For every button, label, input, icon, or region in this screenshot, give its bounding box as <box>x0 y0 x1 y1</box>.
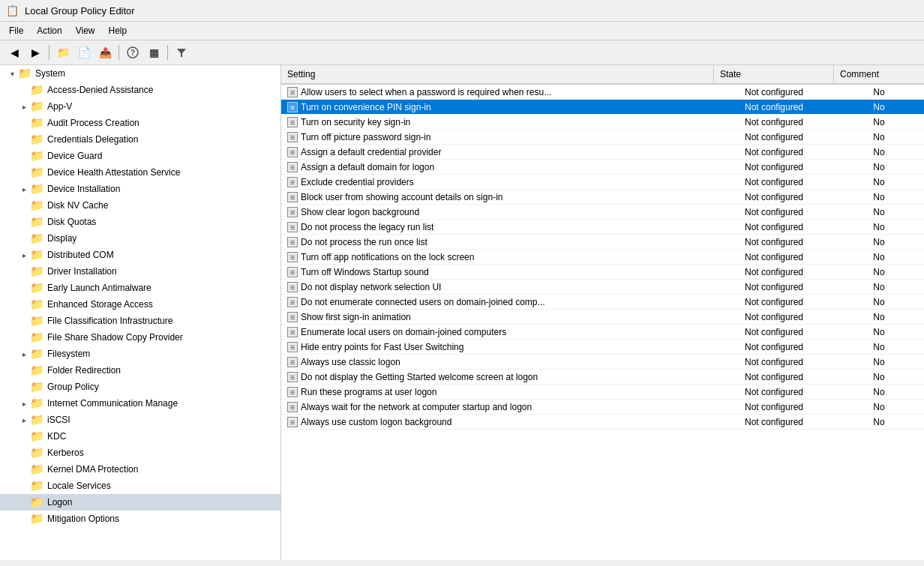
export-button[interactable]: 📤 <box>95 43 115 61</box>
tree-item-enhanced-storage[interactable]: 📁Enhanced Storage Access <box>0 296 280 313</box>
list-row[interactable]: ≡Block user from showing account details… <box>281 190 924 205</box>
list-row[interactable]: ≡Do not enumerate connected users on dom… <box>281 295 924 310</box>
folder-icon: 📁 <box>30 265 44 278</box>
tree-item-mitigation-options[interactable]: 📁Mitigation Options <box>0 511 280 527</box>
header-state[interactable]: State <box>714 65 834 83</box>
tree-item-kernel-dma[interactable]: 📁Kernel DMA Protection <box>0 461 280 478</box>
folder-icon: 📁 <box>30 446 44 460</box>
tree-item-driver-installation[interactable]: 📁Driver Installation <box>0 263 280 280</box>
tree-item-logon[interactable]: 📁Logon <box>0 494 280 511</box>
help-button[interactable]: ? <box>123 43 142 61</box>
tree-item-device-installation[interactable]: ▸📁Device Installation <box>0 181 280 197</box>
list-row[interactable]: ≡Run these programs at user logonNot con… <box>281 385 924 400</box>
setting-cell: ≡Show clear logon background <box>281 205 714 219</box>
list-row[interactable]: ≡Enumerate local users on domain-joined … <box>281 325 924 340</box>
tree-item-label: Filesystem <box>47 349 90 359</box>
menu-file[interactable]: File <box>3 23 29 38</box>
state-cell: Not configured <box>714 160 834 174</box>
expand-icon[interactable]: ▸ <box>18 350 30 358</box>
list-pane[interactable]: Setting State Comment ≡Allow users to se… <box>281 65 924 560</box>
tree-item-file-share[interactable]: 📁File Share Shadow Copy Provider <box>0 329 280 346</box>
tree-item-filesystem[interactable]: ▸📁Filesystem <box>0 346 280 362</box>
policy-icon: ≡ <box>287 87 298 97</box>
forward-button[interactable]: ▶ <box>26 43 45 61</box>
tree-item-label: iSCSI <box>47 415 70 425</box>
list-row[interactable]: ≡Always use classic logonNot configuredN… <box>281 355 924 370</box>
tree-pane[interactable]: ▾📁System📁Access-Denied Assistance▸📁App-V… <box>0 65 281 560</box>
list-row[interactable]: ≡Hide entry points for Fast User Switchi… <box>281 340 924 355</box>
setting-cell: ≡Block user from showing account details… <box>281 190 714 204</box>
tree-item-system[interactable]: ▾📁System <box>0 65 280 82</box>
list-row[interactable]: ≡Always use custom logon backgroundNot c… <box>281 415 924 430</box>
view-button[interactable]: ▦ <box>144 43 164 61</box>
list-row[interactable]: ≡Do not display network selection UINot … <box>281 280 924 295</box>
tree-item-distributed-com[interactable]: ▸📁Distributed COM <box>0 247 280 263</box>
list-row[interactable]: ≡Allow users to select when a password i… <box>281 85 924 100</box>
tree-item-credentials[interactable]: 📁Credentials Delegation <box>0 131 280 148</box>
menu-help[interactable]: Help <box>103 23 134 38</box>
state-cell: Not configured <box>714 100 834 114</box>
setting-cell: ≡Turn off app notifications on the lock … <box>281 250 714 264</box>
tree-item-device-guard[interactable]: 📁Device Guard <box>0 148 280 164</box>
header-comment[interactable]: Comment <box>834 65 924 83</box>
tree-item-app-v[interactable]: ▸📁App-V <box>0 98 280 115</box>
folder-icon: 📁 <box>30 430 44 443</box>
expand-icon[interactable]: ▸ <box>18 251 30 259</box>
list-row[interactable]: ≡Do not display the Getting Started welc… <box>281 370 924 385</box>
tree-item-group-policy[interactable]: 📁Group Policy <box>0 379 280 395</box>
expand-icon[interactable]: ▸ <box>18 416 30 424</box>
expand-icon[interactable]: ▸ <box>18 400 30 408</box>
menu-bar: FileActionViewHelp <box>0 22 924 40</box>
list-row[interactable]: ≡Turn off picture password sign-inNot co… <box>281 130 924 145</box>
list-row[interactable]: ≡Turn off Windows Startup soundNot confi… <box>281 265 924 280</box>
tree-item-file-classification[interactable]: 📁File Classification Infrastructure <box>0 313 280 329</box>
tree-item-kerberos[interactable]: 📁Kerberos <box>0 445 280 461</box>
show-hide-button[interactable]: 📁 <box>53 43 73 61</box>
comment-cell: No <box>834 220 924 234</box>
policy-icon: ≡ <box>287 387 298 397</box>
list-row[interactable]: ≡Do not process the legacy run listNot c… <box>281 220 924 235</box>
tree-item-audit-process[interactable]: 📁Audit Process Creation <box>0 115 280 131</box>
list-row[interactable]: ≡Do not process the run once listNot con… <box>281 235 924 250</box>
expand-icon[interactable]: ▸ <box>18 103 30 111</box>
folder-icon: 📁 <box>30 166 44 179</box>
comment-cell: No <box>834 325 924 339</box>
tree-item-folder-redirection[interactable]: 📁Folder Redirection <box>0 362 280 379</box>
tree-item-label: Access-Denied Assistance <box>47 85 153 95</box>
tree-item-label: Driver Installation <box>47 266 117 277</box>
tree-item-disk-quotas[interactable]: 📁Disk Quotas <box>0 214 280 230</box>
expand-icon[interactable]: ▾ <box>6 70 18 78</box>
tree-item-internet-comm[interactable]: ▸📁Internet Communication Manage <box>0 395 280 412</box>
policy-icon: ≡ <box>287 297 298 307</box>
list-row[interactable]: ≡Show clear logon backgroundNot configur… <box>281 205 924 220</box>
policy-icon: ≡ <box>287 402 298 412</box>
tree-item-kdc[interactable]: 📁KDC <box>0 428 280 445</box>
list-row[interactable]: ≡Always wait for the network at computer… <box>281 400 924 415</box>
tree-item-locale-services[interactable]: 📁Locale Services <box>0 478 280 494</box>
tree-item-iscsi[interactable]: ▸📁iSCSI <box>0 412 280 428</box>
setting-cell: ≡Always wait for the network at computer… <box>281 400 714 414</box>
policy-icon: ≡ <box>287 342 298 352</box>
tree-item-disk-nv[interactable]: 📁Disk NV Cache <box>0 197 280 214</box>
list-row[interactable]: ≡Turn on convenience PIN sign-inNot conf… <box>281 100 924 115</box>
list-row[interactable]: ≡Exclude credential providersNot configu… <box>281 175 924 190</box>
expand-icon[interactable]: ▸ <box>18 185 30 193</box>
tree-item-device-health[interactable]: 📁Device Health Attestation Service <box>0 164 280 181</box>
setting-text: Turn on security key sign-in <box>301 117 410 127</box>
list-row[interactable]: ≡Turn on security key sign-inNot configu… <box>281 115 924 130</box>
list-row[interactable]: ≡Turn off app notifications on the lock … <box>281 250 924 265</box>
back-button[interactable]: ◀ <box>4 43 24 61</box>
tree-item-access-denied[interactable]: 📁Access-Denied Assistance <box>0 82 280 98</box>
list-row[interactable]: ≡Assign a default domain for logonNot co… <box>281 160 924 175</box>
filter-button[interactable] <box>172 43 191 61</box>
refresh-button[interactable]: 📄 <box>74 43 94 61</box>
setting-text: Assign a default domain for logon <box>301 162 434 172</box>
menu-action[interactable]: Action <box>31 23 68 38</box>
tree-item-early-launch[interactable]: 📁Early Launch Antimalware <box>0 280 280 296</box>
list-row[interactable]: ≡Show first sign-in animationNot configu… <box>281 310 924 325</box>
tree-item-display[interactable]: 📁Display <box>0 230 280 247</box>
header-setting[interactable]: Setting <box>281 65 714 83</box>
menu-view[interactable]: View <box>70 23 101 38</box>
list-row[interactable]: ≡Assign a default credential providerNot… <box>281 145 924 160</box>
policy-icon: ≡ <box>287 372 298 382</box>
